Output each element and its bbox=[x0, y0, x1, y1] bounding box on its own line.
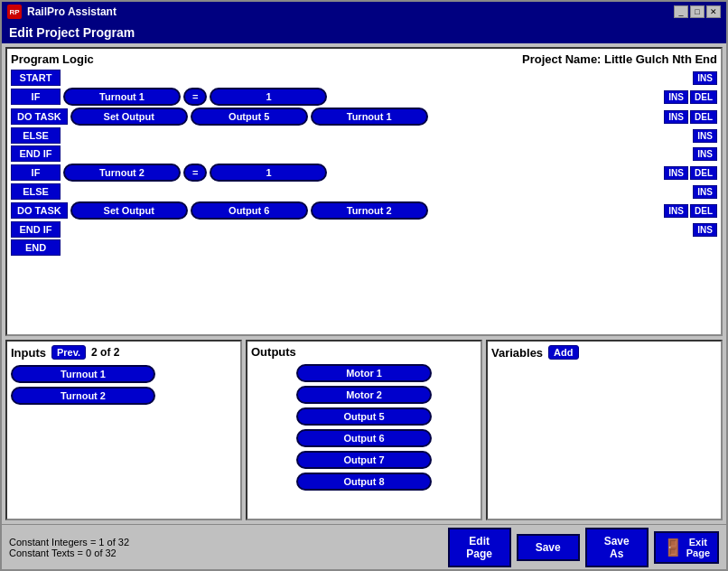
dotask2-p1[interactable]: Set Output bbox=[70, 201, 188, 220]
dotask1-p3[interactable]: Turnout 1 bbox=[311, 108, 428, 126]
if1-val[interactable]: 1 bbox=[210, 88, 327, 106]
end-row-content: END bbox=[11, 239, 717, 256]
window-controls: _ □ ✕ bbox=[674, 5, 721, 18]
app-icon: RP bbox=[7, 5, 22, 19]
dotask1-row-actions: INS DEL bbox=[664, 110, 717, 124]
close-button[interactable]: ✕ bbox=[706, 5, 721, 18]
list-item[interactable]: Output 6 bbox=[296, 429, 432, 447]
endif1-row-content: END IF bbox=[11, 145, 693, 162]
variables-panel: Variables Add bbox=[486, 340, 723, 520]
footer-buttons: EditPage Save SaveAs 🚪 ExitPage bbox=[448, 528, 719, 567]
if2-var[interactable]: Turnout 2 bbox=[63, 164, 181, 182]
if2-row-actions: INS DEL bbox=[664, 166, 717, 180]
if2-eq[interactable]: = bbox=[183, 164, 207, 182]
outputs-title: Outputs bbox=[251, 345, 296, 359]
inputs-panel: Inputs Prev. 2 of 2 Turnout 1 Turnout 2 bbox=[5, 340, 242, 520]
endif1-row-actions: INS bbox=[693, 147, 717, 161]
dotask1-del-button[interactable]: DEL bbox=[690, 110, 717, 124]
dotask2-p2[interactable]: Output 6 bbox=[191, 201, 308, 220]
table-row: ELSE INS bbox=[11, 183, 717, 200]
table-row: DO TASK Set Output Output 6 Turnout 2 IN… bbox=[11, 201, 717, 220]
table-row: IF Turnout 1 = 1 INS DEL bbox=[11, 88, 717, 106]
start-ins-button[interactable]: INS bbox=[693, 71, 717, 85]
outputs-items: Motor 1 Motor 2 Output 5 Output 6 Output… bbox=[251, 364, 477, 491]
save-as-button[interactable]: SaveAs bbox=[585, 528, 649, 567]
program-section: Program Logic Project Name: Little Gulch… bbox=[5, 47, 723, 336]
edit-page-button[interactable]: EditPage bbox=[448, 528, 511, 567]
dotask2-keyword[interactable]: DO TASK bbox=[11, 202, 68, 219]
dotask1-p2[interactable]: Output 5 bbox=[191, 108, 308, 126]
if1-keyword[interactable]: IF bbox=[11, 89, 61, 105]
status-line-1: Constant Integers = 1 of 32 bbox=[9, 537, 129, 548]
title-bar: RP RailPro Assistant _ □ ✕ bbox=[2, 2, 726, 22]
title-bar-left: RP RailPro Assistant bbox=[7, 5, 117, 19]
inputs-prev-button[interactable]: Prev. bbox=[51, 345, 86, 360]
else1-keyword[interactable]: ELSE bbox=[11, 127, 61, 144]
else2-keyword[interactable]: ELSE bbox=[11, 183, 61, 200]
end-keyword[interactable]: END bbox=[11, 239, 61, 256]
endif2-ins-button[interactable]: INS bbox=[693, 223, 717, 237]
page-header: Edit Project Program bbox=[2, 22, 726, 43]
dotask1-row-content: DO TASK Set Output Output 5 Turnout 1 bbox=[11, 108, 664, 126]
if2-keyword[interactable]: IF bbox=[11, 164, 61, 181]
dotask1-ins-button[interactable]: INS bbox=[664, 110, 688, 124]
if2-row-content: IF Turnout 2 = 1 bbox=[11, 164, 664, 182]
if1-row-content: IF Turnout 1 = 1 bbox=[11, 88, 664, 106]
else2-ins-button[interactable]: INS bbox=[693, 185, 717, 199]
dotask2-ins-button[interactable]: INS bbox=[664, 204, 688, 218]
if2-val[interactable]: 1 bbox=[210, 164, 327, 182]
else1-row-actions: INS bbox=[693, 129, 717, 143]
program-logic-title: Program Logic bbox=[11, 52, 94, 66]
dotask2-row-actions: INS DEL bbox=[664, 204, 717, 218]
list-item[interactable]: Output 7 bbox=[296, 451, 432, 469]
dotask1-p1[interactable]: Set Output bbox=[70, 108, 188, 126]
inputs-panel-header: Inputs Prev. 2 of 2 bbox=[11, 345, 237, 360]
if1-var[interactable]: Turnout 1 bbox=[63, 88, 181, 106]
list-item[interactable]: Motor 2 bbox=[296, 386, 432, 404]
if1-del-button[interactable]: DEL bbox=[690, 90, 717, 104]
endif2-keyword[interactable]: END IF bbox=[11, 221, 61, 238]
if2-ins-button[interactable]: INS bbox=[664, 166, 688, 180]
exit-icon: 🚪 bbox=[663, 538, 683, 557]
if1-eq[interactable]: = bbox=[183, 88, 207, 106]
window-title: RailPro Assistant bbox=[27, 5, 117, 18]
else2-row-actions: INS bbox=[693, 185, 717, 199]
table-row: END IF INS bbox=[11, 221, 717, 238]
footer: Constant Integers = 1 of 32 Constant Tex… bbox=[2, 524, 726, 569]
minimize-button[interactable]: _ bbox=[674, 5, 688, 18]
outputs-panel-header: Outputs bbox=[251, 345, 477, 359]
start-keyword[interactable]: START bbox=[11, 70, 61, 86]
dotask2-p3[interactable]: Turnout 2 bbox=[311, 201, 428, 220]
project-name: Project Name: Little Gulch Nth End bbox=[522, 52, 717, 66]
list-item[interactable]: Turnout 2 bbox=[11, 387, 155, 405]
add-variable-button[interactable]: Add bbox=[548, 345, 578, 360]
variables-panel-header: Variables Add bbox=[491, 345, 717, 360]
bottom-panels: Inputs Prev. 2 of 2 Turnout 1 Turnout 2 … bbox=[5, 340, 723, 520]
status-line-2: Constant Texts = 0 of 32 bbox=[9, 548, 129, 558]
maximize-button[interactable]: □ bbox=[690, 5, 705, 18]
variables-title: Variables bbox=[491, 346, 543, 360]
list-item[interactable]: Turnout 1 bbox=[11, 365, 155, 383]
footer-status: Constant Integers = 1 of 32 Constant Tex… bbox=[9, 537, 129, 558]
inputs-count: 2 of 2 bbox=[91, 346, 119, 359]
endif1-ins-button[interactable]: INS bbox=[693, 147, 717, 161]
exit-label: ExitPage bbox=[686, 537, 710, 558]
endif2-row-content: END IF bbox=[11, 221, 693, 238]
list-item[interactable]: Output 8 bbox=[296, 473, 432, 491]
dotask1-keyword[interactable]: DO TASK bbox=[11, 108, 68, 125]
if1-ins-button[interactable]: INS bbox=[664, 90, 688, 104]
main-window: RP RailPro Assistant _ □ ✕ Edit Project … bbox=[0, 0, 728, 571]
table-row: IF Turnout 2 = 1 INS DEL bbox=[11, 164, 717, 182]
exit-page-button[interactable]: 🚪 ExitPage bbox=[654, 531, 719, 564]
start-row-actions: INS bbox=[693, 71, 717, 85]
outputs-panel: Outputs Motor 1 Motor 2 Output 5 Output … bbox=[246, 340, 482, 520]
else1-ins-button[interactable]: INS bbox=[693, 129, 717, 143]
table-row: START INS bbox=[11, 70, 717, 86]
endif1-keyword[interactable]: END IF bbox=[11, 145, 61, 162]
list-item[interactable]: Output 5 bbox=[296, 407, 432, 426]
list-item[interactable]: Motor 1 bbox=[296, 364, 432, 382]
table-row: END bbox=[11, 239, 717, 256]
if2-del-button[interactable]: DEL bbox=[690, 166, 717, 180]
save-button[interactable]: Save bbox=[517, 534, 580, 561]
dotask2-del-button[interactable]: DEL bbox=[690, 204, 717, 218]
